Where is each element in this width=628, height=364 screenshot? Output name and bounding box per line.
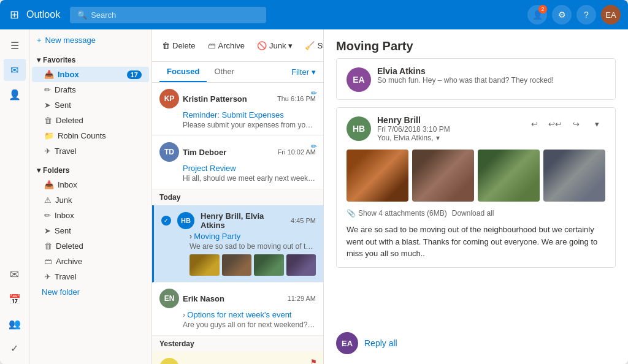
- download-all-link[interactable]: Download all: [452, 209, 494, 218]
- attachment-info[interactable]: 📎 Show 4 attachments (6MB) Download all: [347, 209, 605, 218]
- sidebar-item-inbox[interactable]: 📥 Inbox 17: [32, 67, 149, 82]
- folders-inbox-icon: 📥: [44, 180, 54, 189]
- favorites-section: ▾ Favorites 📥 Inbox 17 ✏ Drafts ➤ Sent: [29, 51, 151, 161]
- time-erik: 11:29 AM: [288, 295, 316, 302]
- message-body-henry: 📎 Show 4 attachments (6MB) Download all …: [337, 150, 615, 267]
- sender-henry: Henry Brill, Elvia Atkins: [201, 211, 287, 230]
- rail-contacts-icon[interactable]: 👥: [4, 313, 26, 335]
- sidebar-item-folders-deleted[interactable]: 🗑 Deleted: [32, 238, 149, 254]
- favorites-label: Favorites: [43, 56, 75, 64]
- sender-kristin: Kristin Patterson: [183, 94, 274, 104]
- help-icon[interactable]: ?: [576, 5, 596, 25]
- reading-pane-content: EA Elvia Atkins So much fun. Hey – who w…: [324, 58, 628, 325]
- reply-all-icon[interactable]: ↩↩: [546, 115, 564, 132]
- new-message-button[interactable]: + New message: [29, 29, 151, 51]
- subject-moving: › Moving Party: [190, 232, 316, 241]
- app-title: Outlook: [26, 9, 60, 20]
- rail-email-compose-icon[interactable]: ✉: [4, 264, 26, 286]
- sidebar-item-folders-inbox[interactable]: 📥 Inbox: [32, 177, 149, 192]
- time-kristin: Thu 6:16 PM: [277, 95, 316, 102]
- sidebar-item-deleted[interactable]: 🗑 Deleted: [32, 113, 149, 128]
- notifications-icon[interactable]: 👤 2: [527, 5, 547, 25]
- new-folder-link[interactable]: New folder: [29, 284, 151, 300]
- archive-label: Archive: [218, 41, 245, 50]
- avatar-tim: TD: [159, 142, 179, 162]
- sent-label: Sent: [55, 100, 71, 110]
- message-date-henry: Fri 7/06/2018 3:10 PM: [377, 125, 526, 134]
- message-to-henry: You, Elvia Atkins, ▾: [377, 134, 526, 142]
- reading-pane: Moving Party EA Elvia Atkins So much fun…: [324, 29, 628, 364]
- sidebar-item-folders-sent[interactable]: ➤ Sent: [32, 223, 149, 238]
- email-item-collin[interactable]: CB Collin Ballinger Mon 2:08 PM ⚑ Show &…: [152, 352, 323, 364]
- preview-moving: We are so sad to be moving out of the ne…: [190, 242, 316, 251]
- folders-section: ▾ Folders 📥 Inbox ⚠ Junk ✏ Inbox ➤ Se: [29, 161, 151, 302]
- robin-icon: 📁: [44, 131, 54, 140]
- filter-button[interactable]: Filter ▾: [291, 67, 316, 77]
- sidebar-item-archive[interactable]: 🗃 Archive: [32, 254, 149, 269]
- sidebar-item-junk[interactable]: ⚠ Junk: [32, 192, 149, 208]
- expand-to-icon[interactable]: ▾: [436, 134, 440, 142]
- subject-erik: › Options for next week's event: [183, 310, 316, 319]
- section-today: Today: [152, 189, 323, 205]
- inbox-badge: 17: [127, 70, 142, 79]
- message-avatar-henry: HB: [347, 116, 371, 141]
- delete-button[interactable]: 🗑 Delete: [159, 39, 198, 52]
- sidebar-item-folders-travel[interactable]: ✈ Travel: [32, 269, 149, 284]
- email-item-moving-party[interactable]: ✓ HB Henry Brill, Elvia Atkins 4:45 PM ›…: [152, 205, 323, 282]
- sweep-button[interactable]: 🧹 Sweep: [302, 39, 324, 52]
- folders-deleted-label: Deleted: [56, 241, 83, 251]
- folders-header[interactable]: ▾ Folders: [29, 164, 151, 177]
- message-images: [347, 150, 605, 202]
- junk-button[interactable]: 🚫 Junk ▾: [255, 39, 295, 52]
- thumb-3: [254, 254, 284, 276]
- tab-other[interactable]: Other: [207, 62, 242, 82]
- expand-message-icon[interactable]: ▾: [588, 115, 605, 132]
- user-avatar[interactable]: EA: [601, 5, 621, 25]
- favorites-header[interactable]: ▾ Favorites: [29, 53, 151, 67]
- sidebar-item-robin[interactable]: 📁 Robin Counts: [32, 128, 149, 143]
- message-meta-henry: Henry Brill Fri 7/06/2018 3:10 PM You, E…: [377, 115, 526, 142]
- reply-all-button[interactable]: Reply all: [364, 338, 397, 348]
- reply-icon[interactable]: ↩: [526, 115, 543, 132]
- tab-focused[interactable]: Focused: [159, 62, 207, 82]
- email-item-tim[interactable]: TD Tim Deboer Fri 10:02 AM ✏ Project Rev…: [152, 136, 323, 189]
- drafts-icon: ✏: [44, 85, 51, 94]
- rail-tasks-icon[interactable]: ✓: [4, 337, 26, 359]
- preview-kristin: Please submit your expenses from your la…: [183, 121, 316, 129]
- forward-icon[interactable]: ↪: [567, 115, 584, 132]
- sender-erik: Erik Nason: [183, 294, 284, 303]
- message-body-text: We are so sad to be moving out of the ne…: [347, 224, 605, 260]
- email-list-toolbar: 🗑 Delete 🗃 Archive 🚫 Junk ▾ 🧹 Sweep: [152, 29, 323, 62]
- sidebar-item-sent[interactable]: ➤ Sent: [32, 97, 149, 113]
- rail-calendar-icon[interactable]: 📅: [4, 288, 26, 310]
- rail-people-icon[interactable]: 👤: [4, 83, 26, 105]
- drafts-label: Drafts: [55, 85, 76, 94]
- message-block-henry: HB Henry Brill Fri 7/06/2018 3:10 PM You…: [336, 107, 616, 268]
- edit-icon-2: ✏: [311, 142, 317, 151]
- sidebar-item-travel[interactable]: ✈ Travel: [32, 143, 149, 159]
- archive-icon: 🗃: [208, 41, 216, 50]
- avatar-kristin: KP: [159, 89, 179, 108]
- folders-sent-label: Sent: [55, 226, 71, 235]
- sidebar-item-drafts[interactable]: ✏ Drafts: [32, 82, 149, 97]
- sidebar-item-folders-inbox2[interactable]: ✏ Inbox: [32, 208, 149, 223]
- email-item-erik[interactable]: EN Erik Nason 11:29 AM › Options for nex…: [152, 282, 323, 336]
- travel-icon: ✈: [44, 146, 51, 156]
- message-image-1: [347, 150, 408, 202]
- avatar-erik: EN: [159, 289, 179, 308]
- email-item-kristin[interactable]: KP Kristin Patterson Thu 6:16 PM ✏ Remin…: [152, 83, 323, 136]
- rail-mail-icon[interactable]: ✉: [4, 59, 26, 81]
- search-input[interactable]: [91, 10, 259, 20]
- avatar-henry: HB: [177, 212, 194, 229]
- settings-icon[interactable]: ⚙: [552, 5, 572, 25]
- inbox-label: Inbox: [58, 70, 79, 79]
- archive-icon: 🗃: [44, 257, 52, 266]
- top-bar-icons: 👤 2 ⚙ ? EA: [527, 5, 621, 25]
- filter-label: Filter: [291, 67, 309, 77]
- archive-button[interactable]: 🗃 Archive: [205, 39, 247, 52]
- waffle-icon[interactable]: ⊞: [7, 6, 21, 24]
- message-sender-elvia: Elvia Atkins: [377, 66, 605, 76]
- inbox2-icon: ✏: [44, 211, 51, 220]
- rail-hamburger[interactable]: ☰: [4, 34, 26, 56]
- folders-inbox-label: Inbox: [58, 180, 77, 189]
